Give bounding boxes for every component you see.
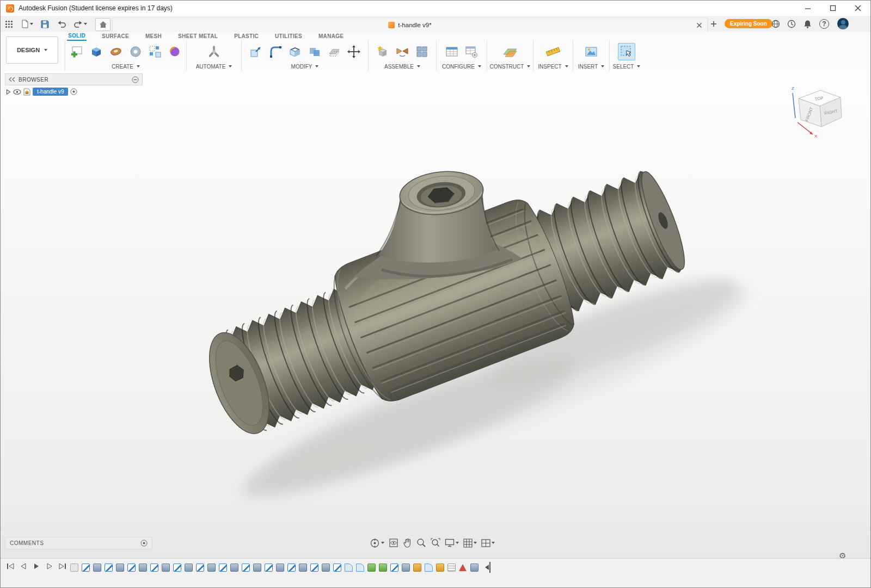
offset-face-icon[interactable] bbox=[326, 44, 342, 60]
play-icon[interactable] bbox=[32, 562, 41, 571]
notifications-bell-icon[interactable] bbox=[803, 18, 812, 30]
configuration-table-icon[interactable] bbox=[463, 44, 480, 60]
timeline-feature-sketch[interactable] bbox=[242, 564, 250, 572]
group-label-automate[interactable]: AUTOMATE bbox=[196, 62, 232, 71]
tab-surface[interactable]: SURFACE bbox=[101, 33, 130, 40]
timeline-feature-extrude[interactable] bbox=[139, 564, 147, 572]
browser-item-root[interactable]: t-handle v9 bbox=[5, 85, 143, 98]
look-at-icon[interactable] bbox=[388, 537, 400, 549]
timeline-feature-extrude[interactable] bbox=[93, 564, 101, 572]
timeline-feature-thread[interactable] bbox=[413, 564, 421, 572]
activate-radio-icon[interactable] bbox=[70, 88, 77, 95]
viewports-icon[interactable] bbox=[480, 538, 496, 548]
combine-icon[interactable] bbox=[306, 44, 323, 60]
timeline-feature-fillet[interactable] bbox=[345, 564, 353, 572]
timeline-feature-sketch[interactable] bbox=[265, 564, 273, 572]
timeline-feature-appearance[interactable] bbox=[379, 564, 387, 572]
undo-icon[interactable] bbox=[57, 18, 66, 30]
job-status-icon[interactable] bbox=[787, 18, 796, 30]
timeline-feature-fillet[interactable] bbox=[425, 564, 433, 572]
timeline-feature-folder[interactable] bbox=[70, 564, 78, 572]
grid-settings-icon[interactable] bbox=[462, 537, 478, 549]
group-label-create[interactable]: CREATE bbox=[112, 62, 140, 71]
help-icon[interactable]: ? bbox=[819, 19, 829, 29]
minimize-button[interactable] bbox=[795, 1, 820, 16]
redo-icon[interactable] bbox=[73, 18, 87, 30]
skip-to-end-icon[interactable] bbox=[58, 562, 67, 571]
timeline-feature-sketch[interactable] bbox=[333, 564, 341, 572]
timeline-feature-warning[interactable] bbox=[459, 564, 467, 572]
timeline-feature-list[interactable] bbox=[447, 564, 456, 572]
visibility-eye-icon[interactable] bbox=[13, 89, 21, 95]
timeline-feature-extrude[interactable] bbox=[322, 564, 330, 572]
timeline-feature-sketch[interactable] bbox=[150, 564, 158, 572]
timeline-feature-sketch[interactable] bbox=[390, 564, 398, 572]
timeline-feature-sketch[interactable] bbox=[173, 564, 181, 572]
step-forward-icon[interactable] bbox=[45, 562, 54, 571]
timeline-feature-extrude[interactable] bbox=[276, 564, 284, 572]
rigid-group-icon[interactable] bbox=[414, 44, 430, 60]
display-settings-icon[interactable] bbox=[444, 537, 460, 548]
fillet-icon[interactable] bbox=[267, 44, 284, 60]
save-icon[interactable] bbox=[41, 18, 49, 30]
viewcube[interactable]: TOP FRONT RIGHT Z X bbox=[789, 77, 854, 141]
tab-sheet-metal[interactable]: SHEET METAL bbox=[177, 33, 219, 40]
license-expiring-badge[interactable]: Expiring Soon bbox=[725, 19, 772, 28]
configuration-icon[interactable] bbox=[444, 44, 460, 60]
timeline-feature-sketch[interactable] bbox=[196, 564, 204, 572]
app-grid-icon[interactable] bbox=[5, 18, 13, 30]
tab-utilities[interactable]: UTILITIES bbox=[274, 33, 303, 40]
shell-icon[interactable] bbox=[287, 44, 303, 60]
pan-icon[interactable] bbox=[402, 537, 413, 549]
collapse-arrows-icon[interactable] bbox=[9, 77, 15, 82]
timeline-feature-sketch[interactable] bbox=[219, 564, 227, 572]
timeline-feature-sketch[interactable] bbox=[287, 564, 296, 572]
browser-item-label[interactable]: t-handle v9 bbox=[33, 88, 68, 96]
group-label-select[interactable]: SELECT bbox=[613, 62, 641, 71]
form-icon[interactable] bbox=[167, 44, 183, 60]
timeline-feature-appearance[interactable] bbox=[367, 564, 376, 572]
move-icon[interactable] bbox=[346, 44, 362, 60]
automate-icon[interactable] bbox=[206, 44, 222, 60]
workspace-selector[interactable]: DESIGN bbox=[6, 36, 58, 64]
close-button[interactable] bbox=[845, 1, 870, 16]
canvas-insert-icon[interactable] bbox=[583, 44, 599, 60]
timeline-feature-extrude[interactable] bbox=[230, 564, 238, 572]
zoom-icon[interactable] bbox=[415, 537, 427, 549]
comments-marker-icon[interactable] bbox=[140, 540, 148, 547]
maximize-button[interactable] bbox=[820, 1, 845, 16]
skip-to-start-icon[interactable] bbox=[6, 562, 15, 571]
group-label-assemble[interactable]: ASSEMBLE bbox=[384, 62, 420, 71]
timeline-feature-sketch[interactable] bbox=[105, 564, 113, 572]
tab-manage[interactable]: MANAGE bbox=[317, 33, 345, 40]
timeline-feature-thread[interactable] bbox=[436, 564, 444, 572]
timeline-feature-extrude[interactable] bbox=[207, 564, 216, 572]
extensions-icon[interactable] bbox=[771, 18, 780, 30]
file-menu-icon[interactable] bbox=[21, 18, 33, 30]
revolve-icon[interactable] bbox=[108, 44, 124, 60]
orbit-icon[interactable] bbox=[369, 537, 385, 549]
timeline-position-marker[interactable] bbox=[484, 562, 490, 573]
timeline-feature-extrude[interactable] bbox=[253, 564, 261, 572]
timeline-feature-extrude[interactable] bbox=[299, 564, 307, 572]
collapse-panel-icon[interactable] bbox=[132, 76, 139, 83]
press-pull-icon[interactable] bbox=[248, 44, 264, 60]
timeline-feature-fillet[interactable] bbox=[356, 564, 364, 572]
document-tab[interactable]: t-handle v9* bbox=[112, 17, 708, 32]
timeline-feature-extrude[interactable] bbox=[116, 564, 124, 572]
tab-solid[interactable]: SOLID bbox=[67, 32, 87, 41]
select-icon[interactable] bbox=[618, 43, 635, 60]
home-view-icon[interactable] bbox=[95, 18, 111, 31]
timeline-feature-extrude[interactable] bbox=[185, 564, 193, 572]
tab-plastic[interactable]: PLASTIC bbox=[233, 33, 260, 40]
fit-icon[interactable] bbox=[430, 537, 441, 549]
create-sketch-icon[interactable] bbox=[69, 44, 85, 60]
pattern-icon[interactable] bbox=[147, 44, 163, 60]
timeline-feature-extrude[interactable] bbox=[402, 564, 410, 572]
timeline-feature-sketch[interactable] bbox=[310, 564, 318, 572]
group-label-construct[interactable]: CONSTRUCT bbox=[490, 62, 531, 71]
construction-plane-icon[interactable] bbox=[502, 44, 518, 60]
comments-bar[interactable]: COMMENTS bbox=[5, 537, 152, 549]
coil-icon[interactable] bbox=[127, 44, 144, 60]
timeline-feature-extrude[interactable] bbox=[470, 564, 479, 572]
